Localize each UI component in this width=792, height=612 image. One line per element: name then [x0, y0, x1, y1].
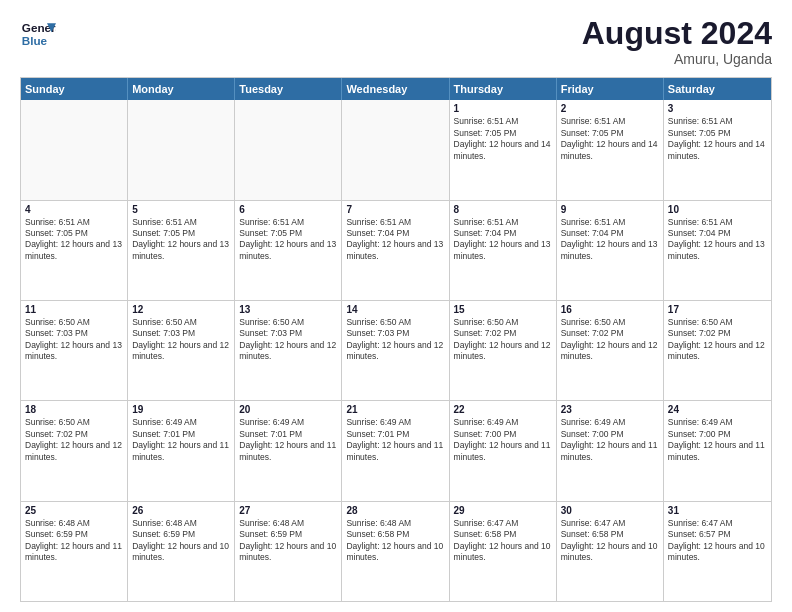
day-cell-16: 16Sunrise: 6:50 AM Sunset: 7:02 PM Dayli… — [557, 301, 664, 400]
day-number: 22 — [454, 404, 552, 415]
day-number: 13 — [239, 304, 337, 315]
cell-info: Sunrise: 6:51 AM Sunset: 7:05 PM Dayligh… — [239, 217, 337, 263]
day-number: 8 — [454, 204, 552, 215]
day-number: 1 — [454, 103, 552, 114]
cell-info: Sunrise: 6:48 AM Sunset: 6:59 PM Dayligh… — [25, 518, 123, 564]
cell-info: Sunrise: 6:50 AM Sunset: 7:03 PM Dayligh… — [132, 317, 230, 363]
cell-info: Sunrise: 6:48 AM Sunset: 6:59 PM Dayligh… — [132, 518, 230, 564]
day-number: 6 — [239, 204, 337, 215]
day-number: 25 — [25, 505, 123, 516]
cell-info: Sunrise: 6:50 AM Sunset: 7:03 PM Dayligh… — [239, 317, 337, 363]
day-cell-18: 18Sunrise: 6:50 AM Sunset: 7:02 PM Dayli… — [21, 401, 128, 500]
title-block: August 2024 Amuru, Uganda — [582, 16, 772, 67]
day-number: 19 — [132, 404, 230, 415]
day-cell-20: 20Sunrise: 6:49 AM Sunset: 7:01 PM Dayli… — [235, 401, 342, 500]
day-number: 12 — [132, 304, 230, 315]
day-cell-23: 23Sunrise: 6:49 AM Sunset: 7:00 PM Dayli… — [557, 401, 664, 500]
cell-info: Sunrise: 6:49 AM Sunset: 7:01 PM Dayligh… — [346, 417, 444, 463]
day-number: 23 — [561, 404, 659, 415]
cell-info: Sunrise: 6:47 AM Sunset: 6:58 PM Dayligh… — [454, 518, 552, 564]
day-number: 29 — [454, 505, 552, 516]
day-number: 10 — [668, 204, 767, 215]
cell-info: Sunrise: 6:49 AM Sunset: 7:00 PM Dayligh… — [668, 417, 767, 463]
page: General Blue August 2024 Amuru, Uganda S… — [0, 0, 792, 612]
calendar-row-5: 25Sunrise: 6:48 AM Sunset: 6:59 PM Dayli… — [21, 501, 771, 601]
day-cell-29: 29Sunrise: 6:47 AM Sunset: 6:58 PM Dayli… — [450, 502, 557, 601]
logo-icon: General Blue — [20, 16, 56, 52]
header-day-friday: Friday — [557, 78, 664, 100]
day-cell-28: 28Sunrise: 6:48 AM Sunset: 6:58 PM Dayli… — [342, 502, 449, 601]
cell-info: Sunrise: 6:51 AM Sunset: 7:05 PM Dayligh… — [668, 116, 767, 162]
cell-info: Sunrise: 6:50 AM Sunset: 7:03 PM Dayligh… — [346, 317, 444, 363]
calendar-row-1: 1Sunrise: 6:51 AM Sunset: 7:05 PM Daylig… — [21, 100, 771, 199]
main-title: August 2024 — [582, 16, 772, 51]
day-number: 2 — [561, 103, 659, 114]
header: General Blue August 2024 Amuru, Uganda — [20, 16, 772, 67]
header-day-thursday: Thursday — [450, 78, 557, 100]
day-cell-9: 9Sunrise: 6:51 AM Sunset: 7:04 PM Daylig… — [557, 201, 664, 300]
cell-info: Sunrise: 6:51 AM Sunset: 7:05 PM Dayligh… — [25, 217, 123, 263]
calendar-row-4: 18Sunrise: 6:50 AM Sunset: 7:02 PM Dayli… — [21, 400, 771, 500]
day-number: 15 — [454, 304, 552, 315]
day-cell-27: 27Sunrise: 6:48 AM Sunset: 6:59 PM Dayli… — [235, 502, 342, 601]
day-number: 17 — [668, 304, 767, 315]
day-number: 20 — [239, 404, 337, 415]
day-cell-7: 7Sunrise: 6:51 AM Sunset: 7:04 PM Daylig… — [342, 201, 449, 300]
cell-info: Sunrise: 6:49 AM Sunset: 7:01 PM Dayligh… — [132, 417, 230, 463]
subtitle: Amuru, Uganda — [582, 51, 772, 67]
cell-info: Sunrise: 6:51 AM Sunset: 7:04 PM Dayligh… — [668, 217, 767, 263]
header-day-monday: Monday — [128, 78, 235, 100]
day-number: 7 — [346, 204, 444, 215]
day-number: 5 — [132, 204, 230, 215]
day-number: 9 — [561, 204, 659, 215]
cell-info: Sunrise: 6:47 AM Sunset: 6:58 PM Dayligh… — [561, 518, 659, 564]
cell-info: Sunrise: 6:51 AM Sunset: 7:04 PM Dayligh… — [561, 217, 659, 263]
svg-text:Blue: Blue — [22, 34, 48, 47]
cell-info: Sunrise: 6:51 AM Sunset: 7:05 PM Dayligh… — [132, 217, 230, 263]
day-cell-21: 21Sunrise: 6:49 AM Sunset: 7:01 PM Dayli… — [342, 401, 449, 500]
day-number: 27 — [239, 505, 337, 516]
cell-info: Sunrise: 6:47 AM Sunset: 6:57 PM Dayligh… — [668, 518, 767, 564]
day-number: 18 — [25, 404, 123, 415]
cell-info: Sunrise: 6:49 AM Sunset: 7:00 PM Dayligh… — [454, 417, 552, 463]
header-day-wednesday: Wednesday — [342, 78, 449, 100]
day-number: 16 — [561, 304, 659, 315]
day-cell-3: 3Sunrise: 6:51 AM Sunset: 7:05 PM Daylig… — [664, 100, 771, 199]
day-cell-14: 14Sunrise: 6:50 AM Sunset: 7:03 PM Dayli… — [342, 301, 449, 400]
empty-cell — [128, 100, 235, 199]
logo: General Blue — [20, 16, 56, 52]
cell-info: Sunrise: 6:50 AM Sunset: 7:02 PM Dayligh… — [25, 417, 123, 463]
day-number: 24 — [668, 404, 767, 415]
day-cell-30: 30Sunrise: 6:47 AM Sunset: 6:58 PM Dayli… — [557, 502, 664, 601]
header-day-tuesday: Tuesday — [235, 78, 342, 100]
cell-info: Sunrise: 6:48 AM Sunset: 6:59 PM Dayligh… — [239, 518, 337, 564]
calendar-row-3: 11Sunrise: 6:50 AM Sunset: 7:03 PM Dayli… — [21, 300, 771, 400]
empty-cell — [342, 100, 449, 199]
cell-info: Sunrise: 6:51 AM Sunset: 7:05 PM Dayligh… — [454, 116, 552, 162]
cell-info: Sunrise: 6:51 AM Sunset: 7:04 PM Dayligh… — [454, 217, 552, 263]
calendar: SundayMondayTuesdayWednesdayThursdayFrid… — [20, 77, 772, 602]
day-number: 31 — [668, 505, 767, 516]
day-cell-5: 5Sunrise: 6:51 AM Sunset: 7:05 PM Daylig… — [128, 201, 235, 300]
header-day-saturday: Saturday — [664, 78, 771, 100]
day-number: 30 — [561, 505, 659, 516]
cell-info: Sunrise: 6:50 AM Sunset: 7:02 PM Dayligh… — [668, 317, 767, 363]
day-cell-11: 11Sunrise: 6:50 AM Sunset: 7:03 PM Dayli… — [21, 301, 128, 400]
cell-info: Sunrise: 6:49 AM Sunset: 7:01 PM Dayligh… — [239, 417, 337, 463]
cell-info: Sunrise: 6:50 AM Sunset: 7:02 PM Dayligh… — [561, 317, 659, 363]
day-number: 4 — [25, 204, 123, 215]
day-cell-31: 31Sunrise: 6:47 AM Sunset: 6:57 PM Dayli… — [664, 502, 771, 601]
day-cell-17: 17Sunrise: 6:50 AM Sunset: 7:02 PM Dayli… — [664, 301, 771, 400]
day-cell-12: 12Sunrise: 6:50 AM Sunset: 7:03 PM Dayli… — [128, 301, 235, 400]
day-cell-19: 19Sunrise: 6:49 AM Sunset: 7:01 PM Dayli… — [128, 401, 235, 500]
day-cell-13: 13Sunrise: 6:50 AM Sunset: 7:03 PM Dayli… — [235, 301, 342, 400]
day-cell-8: 8Sunrise: 6:51 AM Sunset: 7:04 PM Daylig… — [450, 201, 557, 300]
day-cell-22: 22Sunrise: 6:49 AM Sunset: 7:00 PM Dayli… — [450, 401, 557, 500]
day-cell-10: 10Sunrise: 6:51 AM Sunset: 7:04 PM Dayli… — [664, 201, 771, 300]
cell-info: Sunrise: 6:51 AM Sunset: 7:05 PM Dayligh… — [561, 116, 659, 162]
day-number: 21 — [346, 404, 444, 415]
day-number: 26 — [132, 505, 230, 516]
day-cell-24: 24Sunrise: 6:49 AM Sunset: 7:00 PM Dayli… — [664, 401, 771, 500]
cell-info: Sunrise: 6:50 AM Sunset: 7:02 PM Dayligh… — [454, 317, 552, 363]
cell-info: Sunrise: 6:50 AM Sunset: 7:03 PM Dayligh… — [25, 317, 123, 363]
